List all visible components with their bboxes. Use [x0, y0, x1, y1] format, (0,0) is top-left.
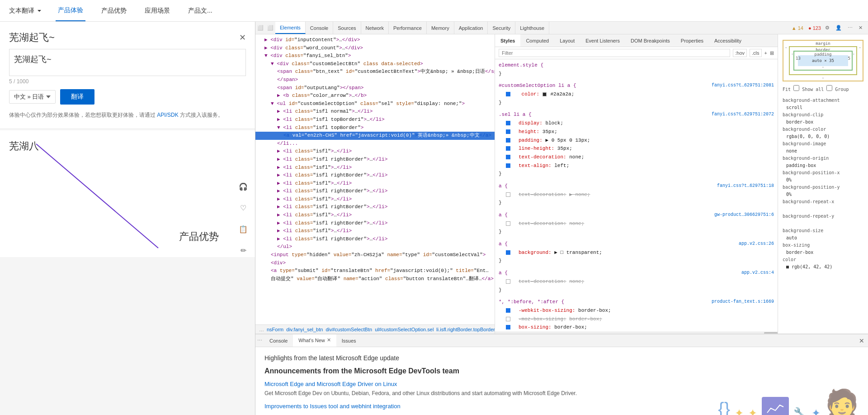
- el-line[interactable]: ▶ <li class="isfl topBorder1">…</li>: [255, 116, 495, 124]
- edit-icon-btn[interactable]: ✏: [236, 243, 250, 258]
- el-line[interactable]: ▶ <li class="isfl">…</li>: [255, 148, 495, 156]
- tab-lighthouse[interactable]: Lighthouse: [515, 22, 549, 34]
- show-all-checkbox[interactable]: [793, 85, 799, 91]
- css-source-link-6[interactable]: app.v2.css:4: [741, 269, 774, 277]
- el-line[interactable]: ▶ <div class="word_count">…</div>: [255, 44, 495, 52]
- breadcrumb-form[interactable]: nsForm: [267, 327, 283, 332]
- el-line[interactable]: ▶ <li class="isfl">…</li>: [255, 180, 495, 188]
- css-checkbox[interactable]: [506, 138, 510, 143]
- el-line[interactable]: ▶ <li class="isfl">…</li>: [255, 227, 495, 235]
- el-line[interactable]: </ul>: [255, 243, 495, 251]
- el-line[interactable]: <div>: [255, 259, 495, 267]
- el-line[interactable]: ▶ <li class="isfl rightBorder">…</li>: [255, 156, 495, 164]
- css-checkbox[interactable]: [506, 279, 510, 284]
- bottom-tab-console[interactable]: Console: [264, 334, 293, 347]
- el-line[interactable]: ▶ <div id="inputContent">…</div>: [255, 36, 495, 44]
- el-line[interactable]: ▶ <li class="isfl rightBorder">…</li>: [255, 172, 495, 180]
- tab-sources[interactable]: Sources: [333, 22, 361, 34]
- elements-content[interactable]: ▶ <div id="inputContent">…</div> ▶ <div …: [255, 34, 495, 324]
- styles-tab-dom-breakpoints[interactable]: DOM Breakpoints: [625, 34, 675, 47]
- cls-btn[interactable]: .cls: [750, 49, 762, 57]
- styles-tab-event-listeners[interactable]: Event Listeners: [580, 34, 625, 47]
- css-source-link-4[interactable]: gw-product…306629751:6: [714, 211, 774, 219]
- nav-item-scenarios[interactable]: 应用场景: [142, 0, 172, 21]
- tab-memory[interactable]: Memory: [427, 22, 454, 34]
- css-source-link-5[interactable]: app.v2.css:26: [739, 240, 774, 248]
- warning-count[interactable]: ▲ 14: [792, 25, 803, 31]
- toggle-sidebar-icon[interactable]: ⊞: [770, 50, 774, 56]
- el-line[interactable]: ▼ <div class="customSelectBtn" class dat…: [255, 60, 495, 68]
- bottom-close-button[interactable]: ✕: [855, 337, 868, 344]
- el-line[interactable]: ▶ <li class="isfl rightBorder">…</li>: [255, 219, 495, 228]
- breadcrumb-ul[interactable]: ul#customSelectOption.sel: [375, 327, 434, 332]
- el-line[interactable]: ▼ <ul id="customSelectOption" class="sel…: [255, 100, 495, 108]
- css-checkbox[interactable]: [506, 146, 510, 151]
- css-checkbox[interactable]: [506, 325, 510, 329]
- styles-content[interactable]: element.style { } #customSelectOption li…: [495, 59, 778, 332]
- el-line[interactable]: ▶ <b class="color_arrow">…</b>: [255, 92, 495, 100]
- close-devtools-icon[interactable]: ✕: [857, 24, 864, 32]
- nav-item-product[interactable]: 产品文...: [186, 0, 215, 21]
- el-line-selected[interactable]: <a val="en2zh-CHS" href="javascript:void…: [255, 132, 495, 140]
- el-line[interactable]: <span id="outputLang"></span>: [255, 84, 495, 92]
- tab-performance[interactable]: Performance: [389, 22, 427, 34]
- el-line[interactable]: 自动提交" value="自动翻译" name="action" class="…: [255, 275, 495, 283]
- css-source-link[interactable]: fanyi.css?t…629751:2081: [712, 81, 774, 89]
- settings-icon[interactable]: ⚙: [823, 24, 831, 32]
- bottom-tab-issues[interactable]: Issues: [336, 334, 362, 347]
- el-line[interactable]: </span>: [255, 76, 495, 84]
- el-line[interactable]: ▶ <li class="isfl">…</li>: [255, 164, 495, 172]
- bottom-tab-whats-new[interactable]: What's New ✕: [293, 334, 336, 347]
- group-checkbox[interactable]: [826, 85, 832, 91]
- close-button[interactable]: ✕: [239, 33, 246, 43]
- pseudo-state-btn[interactable]: :hov: [733, 49, 747, 57]
- translate-button[interactable]: 翻译: [60, 89, 94, 105]
- el-line[interactable]: ▶ <li class="isfl">…</li>: [255, 211, 495, 219]
- bottom-dots-icon[interactable]: ⋯: [255, 337, 264, 344]
- el-line[interactable]: </li...: [255, 140, 495, 148]
- error-count[interactable]: ● 123: [808, 25, 821, 31]
- whats-new-close[interactable]: ✕: [327, 337, 331, 343]
- styles-tab-accessibility[interactable]: Accessibility: [709, 34, 747, 47]
- el-line[interactable]: ▼ <li class="isfl topBorder">: [255, 124, 495, 132]
- breadcrumb-custom[interactable]: div#customSelectBtn: [326, 327, 372, 332]
- heart-icon-btn[interactable]: ♡: [236, 200, 250, 215]
- el-line[interactable]: ▶ <li class="isfl rightBorder">…</li>: [255, 235, 495, 243]
- tab-network[interactable]: Network: [361, 22, 389, 34]
- css-checkbox[interactable]: [506, 92, 510, 96]
- styles-tab-styles[interactable]: Styles: [495, 34, 520, 47]
- nav-logo[interactable]: 文本翻译: [9, 7, 42, 15]
- doc-icon-btn[interactable]: 📋: [236, 222, 250, 236]
- styles-tab-layout[interactable]: Layout: [554, 34, 580, 47]
- nav-item-experience[interactable]: 产品体验: [56, 0, 85, 21]
- filter-input[interactable]: [499, 49, 730, 57]
- translate-input-box[interactable]: 芜湖起飞~: [9, 49, 246, 76]
- cursor-icon[interactable]: ⬜: [255, 24, 265, 32]
- lang-selector[interactable]: 中文 » 日语: [9, 90, 56, 104]
- link-issues[interactable]: Improvements to Issues tool and webhint …: [264, 403, 859, 410]
- css-checkbox[interactable]: [506, 317, 510, 321]
- user-icon[interactable]: 👤: [834, 24, 844, 32]
- css-checkbox[interactable]: [506, 192, 510, 197]
- styles-tab-properties[interactable]: Properties: [675, 34, 709, 47]
- add-style-icon[interactable]: +: [764, 50, 767, 56]
- el-line[interactable]: ▼ <div class="fanyi_sel_btn">: [255, 52, 495, 60]
- el-line[interactable]: ▶ <li class="isfl">…</li>: [255, 196, 495, 204]
- tab-security[interactable]: Security: [488, 22, 515, 34]
- css-checkbox[interactable]: [506, 121, 510, 125]
- css-source-link-3[interactable]: fanyi.css?t…629751:18: [717, 182, 774, 190]
- headset-icon-btn[interactable]: 🎧: [236, 179, 250, 194]
- breadcrumb-fanyi[interactable]: div.fanyi_sel_btn: [286, 327, 323, 332]
- more-icon[interactable]: ⋯: [846, 24, 854, 32]
- css-checkbox[interactable]: [506, 250, 510, 255]
- css-checkbox[interactable]: [506, 155, 510, 159]
- inspect-icon[interactable]: ⬜: [265, 24, 275, 32]
- css-checkbox[interactable]: [506, 308, 510, 313]
- el-line[interactable]: <input type="hidden" value="zh-CHS2ja" n…: [255, 251, 495, 259]
- el-line[interactable]: <span class="btn_text" id="customSelectB…: [255, 68, 495, 76]
- link-linux[interactable]: Microsoft Edge and Microsoft Edge Driver…: [264, 381, 859, 387]
- css-source-link-7[interactable]: product-fan_text.s:1669: [712, 298, 774, 305]
- el-line[interactable]: <a type="submit" id="translateBtn" href=…: [255, 267, 491, 275]
- el-line[interactable]: ▶ <li class="isfl normal">…</li>: [255, 108, 495, 116]
- styles-tab-computed[interactable]: Computed: [520, 34, 554, 47]
